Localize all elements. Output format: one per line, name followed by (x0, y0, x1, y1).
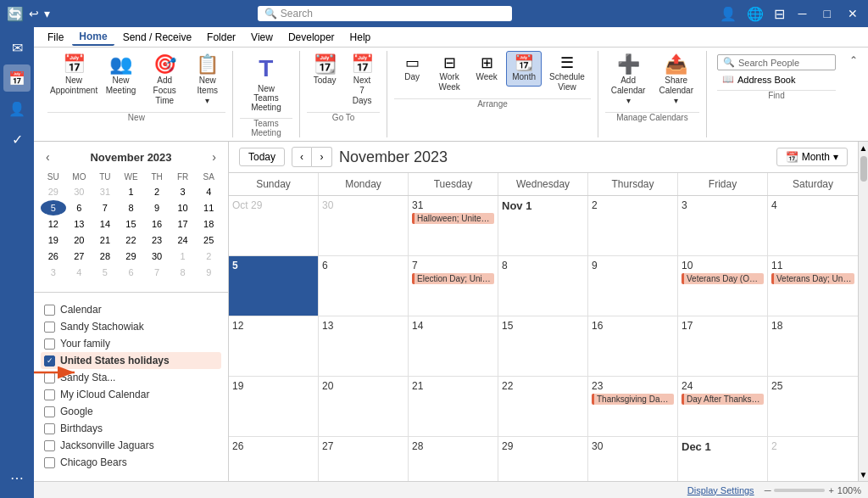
calendar-checkbox-chicago-bears[interactable] (44, 457, 55, 468)
calendar-list-item-chicago-bears[interactable]: Chicago Bears (41, 454, 221, 471)
month-cell[interactable]: 3 (678, 196, 768, 255)
calendar-checkbox-calendar[interactable] (44, 305, 55, 316)
month-cell[interactable]: 20 (319, 377, 409, 436)
zoom-slider[interactable]: ─ + 100% (765, 485, 861, 495)
cal-prev-button[interactable]: ‹ (292, 147, 312, 167)
month-cell[interactable]: 11Veterans Day; United States (768, 256, 858, 316)
calendar-checkbox-sandy-stachowiak[interactable] (44, 322, 55, 333)
calendar-list-item-google[interactable]: Google (41, 403, 221, 420)
mini-cal-day[interactable]: 7 (144, 265, 170, 280)
calendar-checkbox-my-icloud[interactable] (44, 389, 55, 400)
work-week-button[interactable]: ⊟ WorkWeek (431, 51, 467, 97)
address-book-button[interactable]: 📖 Address Book (717, 72, 836, 87)
calendar-event[interactable]: Thanksgiving Day; United States (592, 394, 674, 405)
month-cell[interactable]: 29 (498, 437, 588, 481)
calendar-event[interactable]: Day After Thanksgiving Day; ... (682, 394, 764, 405)
mini-cal-day[interactable]: 21 (92, 232, 118, 248)
mini-cal-day[interactable]: 16 (144, 216, 170, 232)
month-cell[interactable]: 8 (498, 256, 588, 316)
mini-cal-prev-button[interactable]: ‹ (41, 148, 55, 165)
calendar-checkbox-google[interactable] (44, 406, 55, 417)
mini-cal-day[interactable]: 18 (196, 216, 221, 232)
close-button[interactable]: ✕ (844, 7, 861, 20)
mini-cal-day[interactable]: 30 (144, 249, 170, 264)
month-cell[interactable]: 28 (409, 437, 498, 481)
mini-cal-day[interactable]: 5 (92, 265, 118, 280)
mini-cal-day[interactable]: 9 (196, 265, 221, 280)
mini-cal-day[interactable]: 6 (67, 200, 92, 215)
mini-cal-day[interactable]: 29 (119, 249, 144, 264)
calendar-list-item-sandy-stachowiak[interactable]: Sandy Stachowiak (41, 318, 221, 335)
month-cell[interactable]: 25 (768, 377, 858, 436)
undo-icon[interactable]: ↩ (29, 7, 39, 20)
mini-cal-day[interactable]: 24 (170, 232, 196, 248)
cal-next-button[interactable]: › (312, 147, 332, 167)
mini-cal-day[interactable]: 10 (170, 200, 196, 215)
calendar-checkbox-birthdays[interactable] (44, 423, 55, 434)
day-view-button[interactable]: ▭ Day (394, 51, 430, 87)
account-icon[interactable]: 👤 (720, 6, 737, 22)
mini-cal-day[interactable]: 22 (119, 232, 144, 248)
month-cell[interactable]: 5 (229, 256, 319, 316)
nav-more-icon[interactable]: ⋯ (3, 464, 31, 491)
scroll-up-icon[interactable]: ▲ (858, 142, 868, 154)
calendar-list-item-my-icloud[interactable]: My iCloud Calendar (41, 386, 221, 403)
mini-cal-day[interactable]: 30 (67, 184, 92, 199)
add-focus-time-button[interactable]: 🎯 Add FocusTime (142, 51, 188, 110)
today-button[interactable]: 📆 Today (307, 51, 342, 90)
month-cell[interactable]: Nov 1 (498, 196, 588, 255)
month-cell[interactable]: 18 (768, 316, 858, 376)
month-cell[interactable]: 7Election Day; United States (409, 256, 498, 316)
mini-cal-day[interactable]: 1 (170, 249, 196, 264)
nav-mail-icon[interactable]: ✉ (3, 34, 31, 61)
calendar-list-item-jaguars[interactable]: Jacksonville Jaguars (41, 437, 221, 454)
month-cell[interactable]: 21 (409, 377, 498, 436)
add-calendar-button[interactable]: ➕ AddCalendar ▾ (605, 51, 652, 110)
menu-send-receive[interactable]: Send / Receive (116, 30, 198, 45)
calendar-list-item-birthdays[interactable]: Birthdays (41, 420, 221, 437)
mini-cal-next-button[interactable]: › (207, 148, 221, 165)
mini-cal-day[interactable]: 8 (170, 265, 196, 280)
zoom-decrease-icon[interactable]: ─ (765, 485, 771, 495)
month-cell[interactable]: 14 (409, 316, 498, 376)
month-cell[interactable]: 2 (588, 196, 678, 255)
month-cell[interactable]: 2 (768, 437, 858, 481)
menu-file[interactable]: File (41, 30, 70, 45)
calendar-list-item-your-family[interactable]: Your family (41, 335, 221, 352)
mini-cal-day[interactable]: 15 (119, 216, 144, 232)
mini-cal-day[interactable]: 4 (196, 184, 221, 199)
mini-cal-day[interactable]: 17 (170, 216, 196, 232)
mini-cal-day[interactable]: 11 (196, 200, 221, 215)
title-search[interactable]: 🔍 Search (258, 6, 512, 21)
mini-cal-day[interactable]: 29 (41, 184, 66, 199)
month-cell[interactable]: 16 (588, 316, 678, 376)
month-cell[interactable]: 10Veterans Day (Observed); United ... (678, 256, 768, 316)
redo-icon[interactable]: ▾ (44, 7, 50, 20)
mini-cal-day[interactable]: 3 (170, 184, 196, 199)
mini-cal-day[interactable]: 28 (92, 249, 118, 264)
month-cell[interactable]: 17 (678, 316, 768, 376)
ribbon-collapse-icon[interactable]: ⌃ (849, 54, 858, 66)
month-cell[interactable]: 9 (588, 256, 678, 316)
month-cell[interactable]: 23Thanksgiving Day; United States (588, 377, 678, 436)
calendar-list-item-sandy-sta[interactable]: Sandy Sta... (41, 369, 221, 386)
month-cell[interactable]: 12 (229, 316, 319, 376)
scroll-down-icon[interactable]: ▼ (858, 468, 868, 481)
calendar-event[interactable]: Halloween; United States (412, 213, 494, 224)
mini-cal-day[interactable]: 31 (92, 184, 118, 199)
month-cell[interactable]: Dec 1 (678, 437, 768, 481)
menu-developer[interactable]: Developer (281, 30, 342, 45)
month-cell[interactable]: 15 (498, 316, 588, 376)
mini-cal-day[interactable]: 6 (119, 265, 144, 280)
mini-cal-day[interactable]: 1 (119, 184, 144, 199)
calendar-list-item-calendar[interactable]: Calendar (41, 301, 221, 318)
mini-cal-day[interactable]: 4 (67, 265, 92, 280)
menu-help[interactable]: Help (343, 30, 378, 45)
month-cell[interactable]: 27 (319, 437, 409, 481)
mini-cal-day[interactable]: 14 (92, 216, 118, 232)
zoom-increase-icon[interactable]: + (828, 485, 833, 495)
maximize-button[interactable]: □ (821, 7, 834, 20)
mini-cal-day[interactable]: 25 (196, 232, 221, 248)
mini-cal-day[interactable]: 5 (41, 200, 66, 215)
mini-cal-day[interactable]: 2 (196, 249, 221, 264)
